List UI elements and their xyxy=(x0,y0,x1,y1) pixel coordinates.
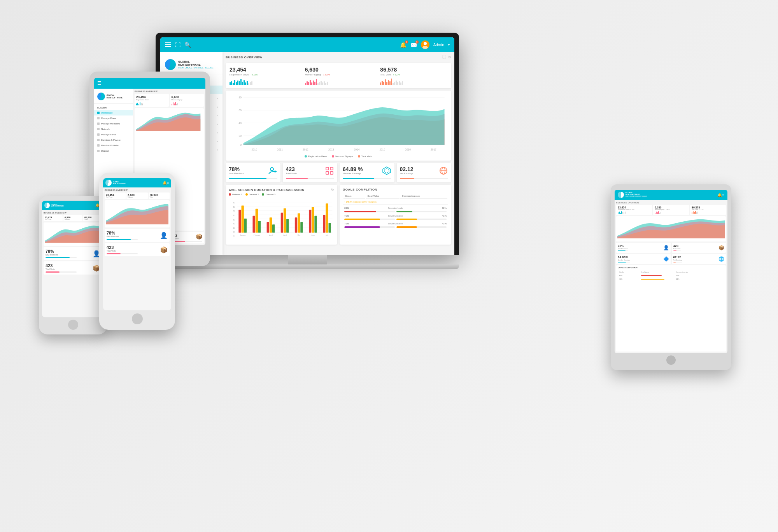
svg-rect-51 xyxy=(244,219,247,233)
tr-goals-row-2-name: 71% xyxy=(619,278,640,280)
svg-text:40: 40 xyxy=(233,223,235,225)
avatar[interactable] xyxy=(421,40,429,49)
tablet-m2-icon: 📦 xyxy=(196,233,202,240)
phone-right-m2-val: 423 xyxy=(107,245,138,250)
phone-right-frame: GLOBALMLM SOFTWARE 🔔≡ BUSINESS OVERVIEW … xyxy=(99,173,175,330)
phone-right-stat-3-label: Visits xyxy=(150,196,168,198)
metric-net-earnings-value: 02.12 xyxy=(400,166,414,172)
tablet-sidebar-members[interactable]: Manage Members xyxy=(94,121,133,126)
svg-marker-28 xyxy=(384,168,389,173)
net-earnings-icon xyxy=(439,166,448,175)
svg-text:2010: 2010 xyxy=(251,148,257,151)
fullscreen-icon[interactable]: ⛶ xyxy=(442,55,446,59)
tr-goals-col-conv: Conversion rate xyxy=(675,271,724,273)
phone-right-stat-2-val: 6,630 xyxy=(128,194,146,196)
svg-text:2015: 2015 xyxy=(379,148,385,151)
tr-goals-col-name: Goals xyxy=(619,271,640,273)
session-legend: Dataset 1 Dataset 2 Datase xyxy=(229,193,334,196)
tablet-right-stat-1-val: 23,454 xyxy=(618,206,650,209)
legend-dot-coral xyxy=(358,155,360,158)
goals-header: GOALS COMPLITION xyxy=(343,188,448,191)
message-icon[interactable]: ✉️ 5 xyxy=(410,42,417,48)
goals-col-name: Goals xyxy=(343,194,365,199)
topbar-left: ⛶ 🔍 xyxy=(165,42,191,48)
phone-right-content: BUSINESS OVERVIEW 23,454 Reg Views 6,630… xyxy=(103,187,171,310)
stat-signup-trend: ↓ 2.30% xyxy=(323,74,330,76)
svg-text:2014: 2014 xyxy=(354,148,360,151)
tablet-sidebar-network[interactable]: Network xyxy=(94,126,133,132)
tablet-right-stat-3: 86,578 Total Visits ↑ 4.27% xyxy=(690,205,726,215)
stat-signup-label: Member Signup ↓ 2.30% xyxy=(305,74,372,76)
notification-bell[interactable]: 🔔 3 xyxy=(400,42,407,48)
legend-dataset1: Dataset 1 xyxy=(229,193,242,196)
svg-rect-66 xyxy=(314,216,317,233)
phone-left-m2-val: 423 xyxy=(46,263,77,268)
phone-left-content: BUSINESS OVERVIEW 25,474 Reg Views 6,380… xyxy=(42,210,104,317)
business-overview-title: BUSINESS OVERVIEW xyxy=(226,56,263,59)
svg-rect-69 xyxy=(329,223,331,233)
phone-right-stat-2: 6,630 Signups xyxy=(126,192,147,199)
tablet-right-mc-2-label: Total Visits xyxy=(673,248,681,250)
tablet-right-chart xyxy=(616,216,726,242)
svg-text:40: 40 xyxy=(239,122,242,124)
tablet-sidebar-deposit[interactable]: Deposit xyxy=(94,148,133,154)
tablet-earnings-label: Earnings & Payout xyxy=(101,139,121,141)
tablet-earnings-dot xyxy=(97,139,100,141)
tablet-right-stat-1-label: Registration Views ↑ 8.16% xyxy=(618,209,650,210)
tablet-right-mc-2-icon: 📦 xyxy=(718,245,724,250)
tablet-right-stats: 23,454 Registration Views ↑ 8.16% xyxy=(616,205,726,215)
admin-label[interactable]: Admin xyxy=(433,43,444,47)
earnings-icon xyxy=(382,166,391,175)
phone-right-home-button[interactable] xyxy=(132,313,143,324)
expand-icon[interactable]: ⛶ xyxy=(175,42,180,48)
tablet-sidebar-earnings[interactable]: Earnings & Payout xyxy=(94,137,133,143)
tablet-sidebar-plans[interactable]: Manage Plans xyxy=(94,116,133,121)
goals-row-1-bars xyxy=(344,210,447,212)
session-refresh-icon[interactable]: ↻ xyxy=(331,188,334,192)
phone-right-section-title: BUSINESS OVERVIEW xyxy=(105,189,170,191)
tablet-right-dashboard: GLOBALMLM SOFTWARERIGHT CHOICE FOR DIREC… xyxy=(615,190,727,353)
phone-left-section-title: BUSINESS OVERVIEW xyxy=(44,212,102,214)
metric-total-visits-value: 423 xyxy=(286,166,297,172)
tablet-sidebar-ewallet[interactable]: Member E-Wallet xyxy=(94,143,133,148)
refresh-icon[interactable]: ↻ xyxy=(448,55,451,59)
phone-left-home-button[interactable] xyxy=(68,320,78,330)
svg-rect-25 xyxy=(326,172,329,174)
svg-text:May: May xyxy=(298,234,301,236)
goals-title: GOALS COMPLITION xyxy=(343,188,377,191)
tablet-right-screen: GLOBALMLM SOFTWARERIGHT CHOICE FOR DIREC… xyxy=(615,190,727,353)
tablet-right-stat-3-val: 86,578 xyxy=(692,206,724,209)
goals-row-3-name: 71% xyxy=(344,222,349,225)
phone-right: GLOBALMLM SOFTWARE 🔔≡ BUSINESS OVERVIEW … xyxy=(99,173,175,330)
tablet-epin-dot xyxy=(97,133,100,136)
goals-container: GOALS COMPLITION Goals Goal Value Conver… xyxy=(340,185,451,245)
phone-left-stats: 25,474 Reg Views 6,380 Signups 85,378 Vi… xyxy=(44,215,102,221)
hamburger-icon[interactable] xyxy=(165,42,171,47)
legend-label-signup: Member Signups xyxy=(335,155,353,158)
phone-right-stats: 23,454 Reg Views 6,630 Signups 86,578 Vi… xyxy=(105,192,170,199)
legend-label-d2: Dataset 2 xyxy=(249,193,259,196)
svg-text:2011: 2011 xyxy=(277,148,283,151)
phone-right-topbar: GLOBALMLM SOFTWARE 🔔≡ xyxy=(103,178,171,187)
tablet-sidebar-dashboard[interactable]: Dashboard xyxy=(94,110,133,116)
tablet-right-mc-3-val: 64.89% xyxy=(618,256,630,259)
stat-registration-views: 23,454 Registration Views ↑ 8.16% xyxy=(226,63,301,88)
tablet-sidebar-epin[interactable]: Manage e-PIN xyxy=(94,132,133,137)
stat-reg-value: 23,454 xyxy=(230,66,246,73)
new-members-icon xyxy=(268,166,277,175)
admin-chevron[interactable]: ▾ xyxy=(448,43,450,47)
metric-card-earnings: 64.89 % Member Earnings xyxy=(340,163,394,182)
svg-text:20: 20 xyxy=(233,231,235,233)
goals-fill-3 xyxy=(344,226,380,228)
goals-fill-2 xyxy=(344,219,380,220)
tablet-right-home-button[interactable] xyxy=(666,355,676,365)
search-icon[interactable]: 🔍 xyxy=(184,42,191,48)
phone-left-m2-label: Total Visits xyxy=(46,268,77,270)
logo-tagline: RIGHT CHOICE FOR DIRECT SELLING xyxy=(178,66,214,69)
metric-card-total-visits: 423 Total Visits xyxy=(283,163,338,182)
svg-text:July: July xyxy=(326,234,329,236)
tablet-right-mc-1: 78% New Members 👤 xyxy=(616,243,671,253)
phone-left-logo: GLOBALMLM SOFTWARE xyxy=(44,203,64,208)
svg-rect-50 xyxy=(242,206,244,233)
phone-right-stat-1-val: 23,454 xyxy=(106,194,124,196)
